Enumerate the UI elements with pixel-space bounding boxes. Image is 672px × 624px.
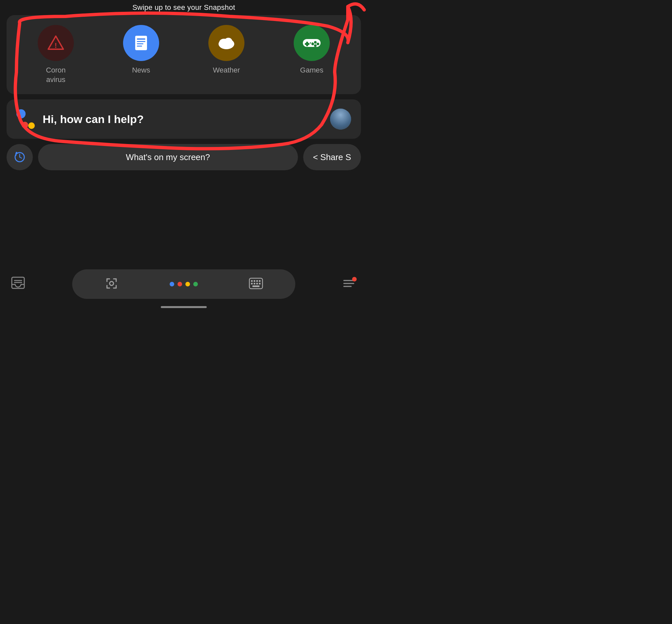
- svg-rect-26: [251, 280, 253, 282]
- coronavirus-label: Coronavirus: [46, 66, 66, 84]
- google-dot-red: [22, 122, 28, 128]
- svg-rect-32: [256, 283, 258, 284]
- svg-rect-33: [259, 283, 261, 284]
- app-icons-row: ! Coronavirus News Weather: [6, 15, 361, 94]
- svg-text:!: !: [54, 41, 57, 50]
- share-button[interactable]: < Share S: [303, 144, 361, 170]
- svg-point-13: [314, 41, 317, 44]
- svg-rect-5: [137, 43, 144, 44]
- coronavirus-icon-circle: !: [38, 25, 74, 61]
- whats-on-screen-label: What's on my screen?: [126, 152, 210, 162]
- coronavirus-app-item[interactable]: ! Coronavirus: [20, 25, 92, 84]
- svg-point-14: [317, 43, 319, 45]
- bottom-center-bar: [72, 269, 295, 299]
- user-avatar-image: [330, 109, 351, 130]
- svg-rect-2: [135, 36, 147, 50]
- svg-rect-12: [305, 43, 309, 45]
- svg-point-38: [352, 277, 357, 282]
- keyboard-button[interactable]: [249, 278, 263, 291]
- swipe-hint-text: Swipe up to see your Snapshot: [0, 0, 367, 12]
- svg-rect-34: [252, 285, 260, 287]
- news-app-item[interactable]: News: [105, 25, 177, 75]
- bottom-dot-yellow: [185, 282, 190, 286]
- bottom-dot-red: [178, 282, 182, 286]
- svg-point-15: [314, 44, 317, 47]
- news-icon-circle: [123, 25, 159, 61]
- action-buttons-row: What's on my screen? < Share S: [6, 144, 361, 170]
- svg-rect-6: [137, 46, 142, 47]
- bottom-right-nav[interactable]: [341, 275, 358, 294]
- svg-rect-30: [251, 283, 253, 284]
- bottom-left-nav[interactable]: [10, 275, 26, 294]
- cloud-icon: [216, 35, 236, 51]
- camera-scan-icon: [104, 276, 119, 291]
- svg-point-17: [310, 42, 311, 44]
- menu-icon: [341, 275, 358, 292]
- keyboard-icon: [249, 278, 263, 289]
- games-label: Games: [300, 66, 324, 75]
- news-document-icon: [132, 34, 150, 52]
- svg-rect-3: [137, 38, 145, 40]
- history-button[interactable]: [6, 144, 33, 170]
- svg-rect-29: [259, 280, 261, 282]
- svg-point-9: [225, 38, 232, 45]
- warning-icon: !: [47, 34, 64, 52]
- assistant-section: Hi, how can I help?: [6, 99, 361, 139]
- share-label: < Share S: [313, 152, 351, 162]
- news-label: News: [132, 66, 150, 75]
- camera-scan-button[interactable]: [104, 276, 119, 292]
- svg-rect-31: [254, 283, 255, 284]
- google-color-dots: [170, 282, 198, 286]
- weather-label: Weather: [213, 66, 240, 75]
- svg-point-18: [312, 42, 313, 44]
- inbox-icon: [10, 275, 26, 291]
- svg-point-24: [110, 282, 113, 285]
- bottom-dot-green: [193, 282, 198, 286]
- svg-rect-27: [254, 280, 255, 282]
- google-assistant-logo: [17, 109, 36, 129]
- assistant-left: Hi, how can I help?: [17, 109, 144, 129]
- games-icon-circle: [294, 25, 330, 61]
- history-icon: [14, 151, 26, 163]
- home-indicator: [161, 306, 207, 308]
- google-dot-yellow: [28, 122, 35, 129]
- google-dot-blue: [17, 109, 26, 119]
- svg-rect-28: [256, 280, 258, 282]
- weather-icon-circle: [208, 25, 244, 61]
- weather-app-item[interactable]: Weather: [190, 25, 262, 75]
- user-avatar[interactable]: [330, 109, 351, 130]
- bottom-dot-blue: [170, 282, 174, 286]
- whats-on-screen-button[interactable]: What's on my screen?: [38, 144, 298, 170]
- gamepad-icon: [302, 36, 322, 50]
- games-app-item[interactable]: Games: [276, 25, 348, 75]
- assistant-greeting-text: Hi, how can I help?: [43, 113, 144, 126]
- svg-rect-4: [137, 41, 145, 42]
